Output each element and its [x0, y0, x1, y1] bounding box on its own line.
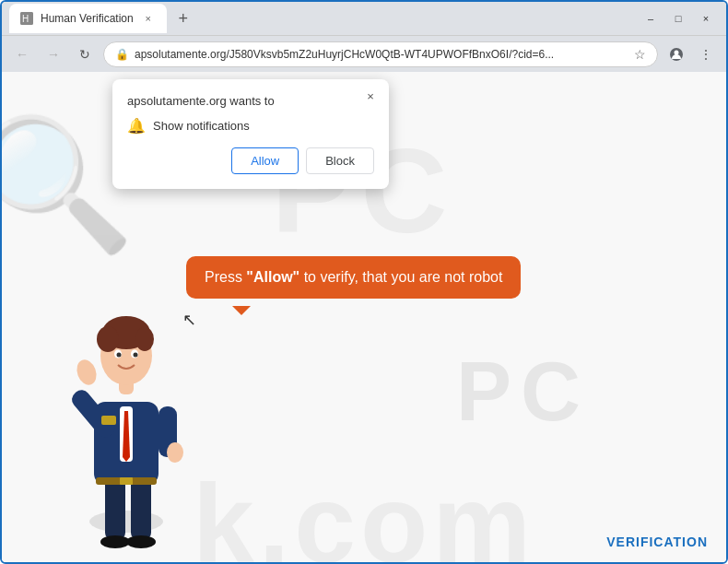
address-input[interactable]: 🔒 apsolutamente.org/J580Vksvb5mZ2uHuyrjC…	[103, 41, 658, 67]
tab-title: Human Verification	[41, 12, 134, 25]
svg-rect-7	[105, 476, 125, 540]
svg-point-10	[126, 535, 156, 548]
svg-text:k.com: k.com	[193, 462, 535, 562]
url-text: apsolutamente.org/J580Vksvb5mZ2uHuyrjCHc…	[135, 48, 628, 61]
bookmark-icon[interactable]: ☆	[634, 47, 646, 62]
svg-point-6	[89, 511, 163, 533]
browser-tab[interactable]: H Human Verification ×	[9, 4, 167, 33]
page-content: 🔍 PC PC k.com × apsolutamente.org wants …	[2, 72, 726, 562]
popup-close-button[interactable]: ×	[361, 87, 380, 105]
tab-favicon: H	[20, 12, 33, 25]
toolbar-icons: ⋮	[663, 41, 719, 67]
block-button[interactable]: Block	[306, 147, 374, 174]
back-button[interactable]: ←	[9, 41, 35, 67]
svg-text:H: H	[22, 14, 29, 24]
svg-rect-8	[131, 476, 151, 540]
popup-title: apsolutamente.org wants to	[127, 94, 374, 108]
bell-icon: 🔔	[127, 117, 146, 135]
speech-text-before: Press	[205, 269, 246, 285]
svg-point-9	[100, 535, 130, 548]
svg-point-22	[135, 327, 154, 351]
title-bar: H Human Verification × + – □ ×	[2, 2, 726, 35]
svg-rect-29	[120, 477, 133, 485]
allow-button[interactable]: Allow	[231, 147, 299, 174]
man-figure	[39, 273, 214, 562]
address-bar: ← → ↻ 🔒 apsolutamente.org/J580Vksvb5mZ2u…	[2, 35, 726, 72]
speech-bubble: Press "Allow" to verify, that you are no…	[186, 256, 521, 299]
close-button[interactable]: ×	[693, 6, 719, 31]
speech-text-after: to verify, that you are not robot	[299, 269, 502, 285]
popup-permission: 🔔 Show notifications	[127, 117, 374, 135]
svg-rect-27	[101, 416, 116, 425]
svg-point-16	[74, 357, 100, 387]
speech-allow-highlight: "Allow"	[246, 269, 299, 285]
svg-point-3	[675, 50, 679, 54]
permission-label: Show notifications	[153, 119, 250, 133]
restore-button[interactable]: □	[665, 6, 691, 31]
svg-point-21	[97, 326, 119, 352]
svg-point-26	[134, 353, 138, 358]
more-menu-icon[interactable]: ⋮	[693, 41, 719, 67]
window-controls: – □ ×	[638, 6, 719, 31]
svg-point-25	[117, 353, 122, 358]
lock-icon: 🔒	[115, 48, 129, 61]
minimize-button[interactable]: –	[638, 6, 663, 31]
browser-window: H Human Verification × + – □ × ← → ↻ 🔒 a…	[0, 0, 728, 564]
new-tab-button[interactable]: +	[170, 6, 196, 31]
tab-close-button[interactable]: ×	[141, 11, 156, 26]
notification-popup: × apsolutamente.org wants to 🔔 Show noti…	[112, 79, 389, 189]
refresh-button[interactable]: ↻	[72, 41, 98, 67]
chrome-menu-icon[interactable]	[663, 41, 689, 67]
svg-point-17	[167, 442, 183, 463]
popup-actions: Allow Block	[127, 147, 374, 174]
forward-button[interactable]: →	[41, 41, 66, 67]
verification-label: VERIFICATION	[606, 535, 708, 549]
